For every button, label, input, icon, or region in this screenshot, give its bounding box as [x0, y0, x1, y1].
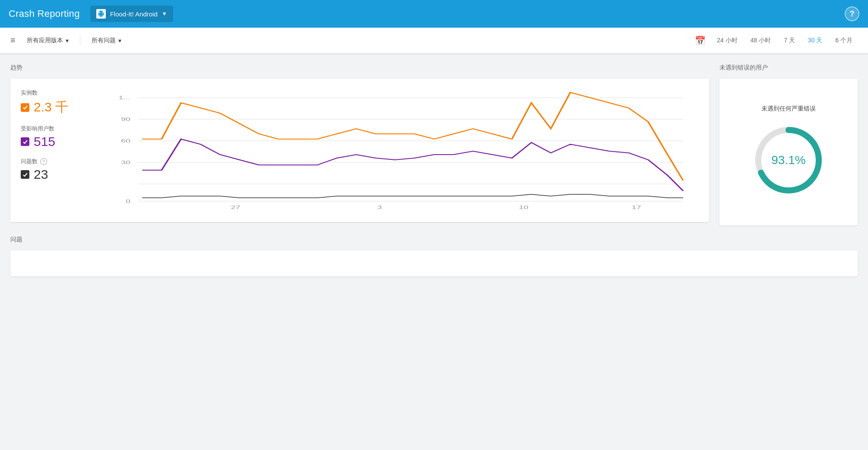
metric-users-label: 受影响用户数 [21, 125, 81, 133]
issues-card [10, 250, 858, 276]
toolbar-right: 📅 24 小时 48 小时 7 天 30 天 6 个月 [695, 34, 858, 47]
issues-section-title: 问题 [10, 236, 858, 244]
issues-dropdown-icon: ▾ [118, 37, 121, 44]
checkbox-issues[interactable] [21, 170, 29, 179]
users-section: 未遇到错误的用户 未遇到任何严重错误 93.1% [719, 64, 858, 225]
metric-issues-label: 问题数 ? [21, 158, 81, 165]
metric-instances-value: 2.3 千 [34, 98, 68, 116]
svg-text:10: 10 [519, 205, 528, 210]
svg-text:27: 27 [231, 205, 240, 210]
metric-instances-label: 实例数 [21, 89, 81, 97]
info-icon[interactable]: ? [40, 158, 47, 165]
time-48h[interactable]: 48 小时 [745, 34, 776, 47]
version-label: 所有应用版本 [27, 37, 63, 44]
toolbar-left: ≡ 所有应用版本 ▾ 所有问题 ▾ [10, 34, 126, 47]
checkbox-instances[interactable] [21, 103, 29, 112]
time-30d[interactable]: 30 天 [803, 34, 827, 47]
main-content: 趋势 实例数 2.3 千 [0, 54, 868, 287]
metric-instances-row: 2.3 千 [21, 98, 81, 116]
svg-text:3: 3 [377, 205, 382, 210]
issues-section: 问题 [10, 236, 858, 276]
help-button[interactable]: ? [845, 6, 859, 21]
time-24h[interactable]: 24 小时 [712, 34, 742, 47]
metric-users-row: 515 [21, 134, 81, 149]
issues-filter[interactable]: 所有问题 ▾ [87, 34, 126, 47]
svg-text:90: 90 [121, 117, 130, 122]
svg-text:60: 60 [121, 138, 130, 143]
trend-card: 实例数 2.3 千 受影响用户数 [10, 79, 709, 222]
metric-instances: 实例数 2.3 千 [21, 89, 81, 116]
users-section-title: 未遇到错误的用户 [719, 64, 858, 72]
chart-area: 1... 90 60 30 0 27 3 10 17 [92, 89, 699, 212]
issues-label: 所有问题 [92, 37, 116, 44]
time-6m[interactable]: 6 个月 [830, 34, 858, 47]
checkbox-users[interactable] [21, 137, 29, 146]
trend-title: 趋势 [10, 64, 709, 72]
version-dropdown-icon: ▾ [66, 37, 69, 44]
metric-issues-row: 23 [21, 167, 81, 182]
toolbar: ≡ 所有应用版本 ▾ 所有问题 ▾ 📅 24 小时 48 小时 7 天 30 天… [0, 28, 868, 54]
calendar-icon: 📅 [695, 35, 706, 46]
android-icon [96, 9, 106, 19]
app-dropdown-arrow: ▼ [162, 11, 167, 17]
svg-text:17: 17 [632, 205, 641, 210]
svg-text:0: 0 [126, 199, 130, 204]
donut-card-title: 未遇到任何严重错误 [761, 105, 816, 113]
header-left: Crash Reporting Flood-It! Android ▼ [9, 6, 173, 22]
app-title: Crash Reporting [9, 8, 80, 19]
svg-text:1...: 1... [119, 95, 131, 100]
filter-icon[interactable]: ≡ [10, 35, 16, 45]
top-sections: 趋势 实例数 2.3 千 [10, 64, 858, 225]
trend-section: 趋势 实例数 2.3 千 [10, 64, 709, 225]
metric-users-value: 515 [34, 134, 55, 149]
metric-issues-value: 23 [34, 167, 48, 182]
app-selector[interactable]: Flood-It! Android ▼ [90, 6, 173, 22]
donut-card: 未遇到任何严重错误 93.1% [719, 79, 858, 225]
app-name-label: Flood-It! Android [110, 10, 158, 18]
metric-issues: 问题数 ? 23 [21, 158, 81, 182]
donut-percentage: 93.1% [771, 153, 805, 167]
trend-metrics: 实例数 2.3 千 受影响用户数 [21, 89, 81, 212]
svg-text:30: 30 [121, 160, 130, 165]
toolbar-divider [80, 35, 80, 46]
donut-container: 93.1% [750, 121, 827, 199]
time-7d[interactable]: 7 天 [779, 34, 800, 47]
header: Crash Reporting Flood-It! Android ▼ ? [0, 0, 868, 28]
metric-users: 受影响用户数 515 [21, 125, 81, 149]
version-filter[interactable]: 所有应用版本 ▾ [22, 34, 73, 47]
trend-chart: 1... 90 60 30 0 27 3 10 17 [92, 89, 699, 210]
